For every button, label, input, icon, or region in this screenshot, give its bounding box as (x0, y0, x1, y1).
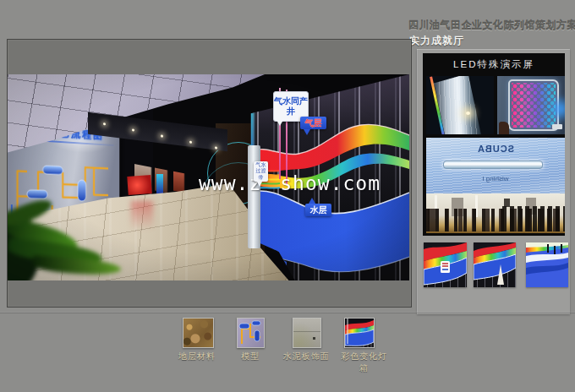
led-reference-box: LED特殊演示屏 SCUBA wishing I (423, 53, 565, 236)
led-door-photo (426, 76, 494, 134)
exhibition-hall-floor (426, 193, 565, 233)
lightbox-graphic (345, 318, 374, 347)
label-text: 气水同产井 (274, 96, 308, 117)
spotlight (103, 122, 106, 125)
led-box-title: LED特殊演示屏 (423, 58, 565, 71)
sign-pointer (304, 129, 310, 135)
mirrored-screen-text: SCUBA (426, 144, 565, 154)
lamp-glow (466, 112, 470, 115)
thumb-caption: 水泥板饰面 (277, 351, 336, 362)
thumb-caption: 地层材料 (172, 351, 222, 362)
spotlight (161, 134, 163, 137)
model-pipes (238, 318, 264, 347)
page-subtitle: 实力成就厅 (409, 34, 464, 48)
crowd-silhouettes (502, 206, 565, 231)
watermark-left: www.z (199, 172, 261, 194)
ribbon-detail-thumb (424, 242, 467, 287)
reference-sidebar: LED特殊演示屏 SCUBA wishing I (417, 49, 570, 314)
thumb-caption: 模型 (225, 351, 276, 362)
sign-pointer (309, 198, 315, 204)
ribbon-detail-thumb (474, 242, 516, 287)
foreground-plant (8, 199, 136, 280)
exhibition-hall-render: 实验井工艺流程图 (8, 74, 409, 280)
material-thumb-stratum (183, 318, 214, 348)
label-text: 水层 (310, 204, 327, 216)
floor-unit (552, 124, 562, 129)
ribbon-detail-graphic (474, 242, 516, 287)
tube-light-graphic (443, 161, 543, 169)
large-led-screen: SCUBA wishing I (426, 138, 565, 193)
spotlight (189, 141, 192, 144)
watermark-right: show.com (280, 172, 381, 194)
blue-display-screen (156, 174, 163, 193)
thumb-caption: 彩色变化灯箱 (337, 351, 392, 374)
exhibition-crowd-photo: SCUBA wishing I (426, 138, 565, 233)
led-dot-grid (512, 83, 556, 128)
cement-texture (293, 318, 320, 347)
spotlight (215, 146, 217, 149)
watermark: www.z show.com (199, 172, 381, 194)
ribbon-detail-graphic (526, 242, 568, 287)
ribbon-detail-thumb (526, 242, 568, 287)
main-render-panel: 实验井工艺流程图 (7, 39, 412, 308)
label-transition-zone: 气水过渡带 (254, 161, 268, 182)
label-text: 气水过渡带 (254, 162, 268, 182)
material-thumb-cement (293, 318, 321, 348)
mirrored-screen-text: wishing I (426, 175, 565, 182)
sign-pointer (277, 120, 283, 126)
soil-texture (183, 318, 213, 347)
page-title: 四川油气田企业文化陈列馆策划方案 (408, 19, 575, 33)
corridor-artwork (173, 172, 184, 193)
ribbon-detail-graphic (424, 242, 467, 287)
presentation-page: 四川油气田企业文化陈列馆策划方案 实力成就厅 (0, 0, 575, 392)
material-thumb-model (237, 318, 265, 348)
red-display-screen (127, 175, 151, 195)
spotlight (132, 128, 134, 131)
cement-speck (313, 337, 315, 340)
chair-silhouette (499, 122, 509, 134)
label-text: 气层 (305, 117, 322, 129)
label-water-layer: 水层 (305, 204, 331, 216)
led-dot-screen-photo (497, 76, 565, 134)
divider-groove (0, 312, 575, 313)
sign-pointer (257, 182, 262, 187)
blue-wall-glow (551, 91, 565, 127)
label-gas-layer: 气层 (300, 117, 326, 129)
material-thumb-lightbox (344, 318, 375, 348)
